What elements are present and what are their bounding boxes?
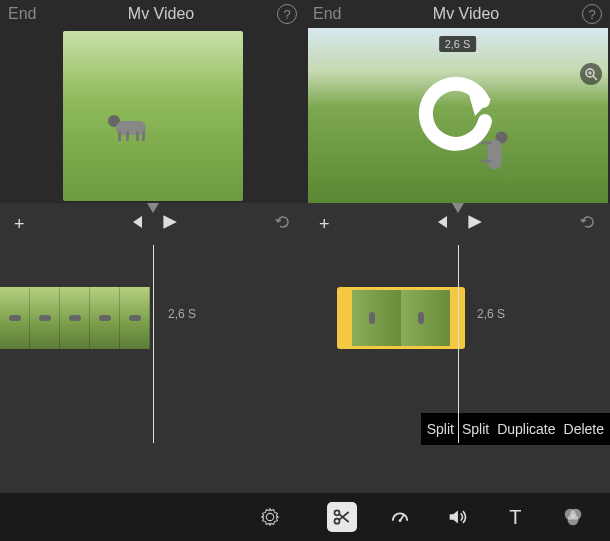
- video-clip[interactable]: [0, 287, 150, 349]
- undo-button[interactable]: [273, 213, 291, 236]
- cut-tool-button[interactable]: [327, 502, 357, 532]
- undo-button[interactable]: [578, 213, 596, 236]
- playhead-line[interactable]: [458, 245, 459, 443]
- svg-point-9: [398, 519, 401, 522]
- play-button[interactable]: [465, 213, 483, 236]
- bottom-toolbar: [0, 493, 305, 541]
- header: End Mv Video ?: [305, 0, 610, 28]
- delete-action[interactable]: Delete: [562, 421, 606, 437]
- video-clip-selected[interactable]: [337, 287, 465, 349]
- help-icon[interactable]: ?: [277, 4, 297, 24]
- speed-tool-button[interactable]: [385, 502, 415, 532]
- bottom-toolbar: T: [305, 493, 610, 541]
- video-preview[interactable]: 2,6 S: [305, 28, 610, 203]
- transport-bar: +: [0, 203, 305, 245]
- volume-icon: [446, 506, 468, 528]
- add-media-button[interactable]: +: [14, 214, 25, 235]
- audio-tool-button[interactable]: [442, 502, 472, 532]
- add-media-button[interactable]: +: [319, 214, 330, 235]
- video-content: [108, 113, 153, 141]
- clip-track: [337, 287, 465, 349]
- header: End Mv Video ?: [0, 0, 305, 28]
- project-title[interactable]: Mv Video: [53, 5, 269, 23]
- text-tool-button[interactable]: T: [500, 502, 530, 532]
- svg-line-1: [593, 76, 597, 80]
- transport-bar: +: [305, 203, 610, 245]
- playhead-line[interactable]: [153, 245, 154, 443]
- clip-track: [0, 287, 150, 349]
- clip-trim-handle-left[interactable]: [340, 290, 352, 346]
- video-frame: [63, 31, 243, 201]
- back-button[interactable]: End: [313, 5, 358, 23]
- playhead-marker-icon: [147, 203, 159, 213]
- skip-back-button[interactable]: [128, 214, 144, 235]
- video-preview[interactable]: [0, 28, 305, 203]
- settings-button[interactable]: [255, 502, 285, 532]
- filters-tool-button[interactable]: [558, 502, 588, 532]
- svg-point-12: [568, 514, 579, 525]
- rotate-gesture-icon: [413, 71, 503, 161]
- playhead-marker-icon: [452, 203, 464, 213]
- split-action-2[interactable]: Split: [460, 421, 491, 437]
- clip-duration-label: 2,6 S: [168, 307, 196, 321]
- duplicate-action[interactable]: Duplicate: [495, 421, 557, 437]
- right-panel: End Mv Video ? 2,6 S: [305, 0, 610, 541]
- split-action[interactable]: Split: [425, 421, 456, 437]
- filters-icon: [562, 506, 584, 528]
- skip-back-button[interactable]: [433, 214, 449, 235]
- clip-trim-handle-right[interactable]: [450, 290, 462, 346]
- clip-context-menu: Split Split Duplicate Delete: [421, 413, 610, 445]
- left-panel: End Mv Video ? +: [0, 0, 305, 541]
- scissors-icon: [332, 507, 352, 527]
- timeline[interactable]: 2,6 S Split Split Duplicate Delete: [305, 245, 610, 493]
- play-button[interactable]: [160, 213, 178, 236]
- zoom-button[interactable]: [580, 63, 602, 85]
- video-frame: 2,6 S: [308, 28, 608, 203]
- clip-duration-label: 2,6 S: [477, 307, 505, 321]
- timeline[interactable]: 2,6 S: [0, 245, 305, 493]
- gear-icon: [259, 506, 281, 528]
- time-badge: 2,6 S: [439, 36, 477, 52]
- project-title[interactable]: Mv Video: [358, 5, 574, 23]
- help-icon[interactable]: ?: [582, 4, 602, 24]
- back-button[interactable]: End: [8, 5, 53, 23]
- speedometer-icon: [389, 506, 411, 528]
- magnify-plus-icon: [584, 67, 598, 81]
